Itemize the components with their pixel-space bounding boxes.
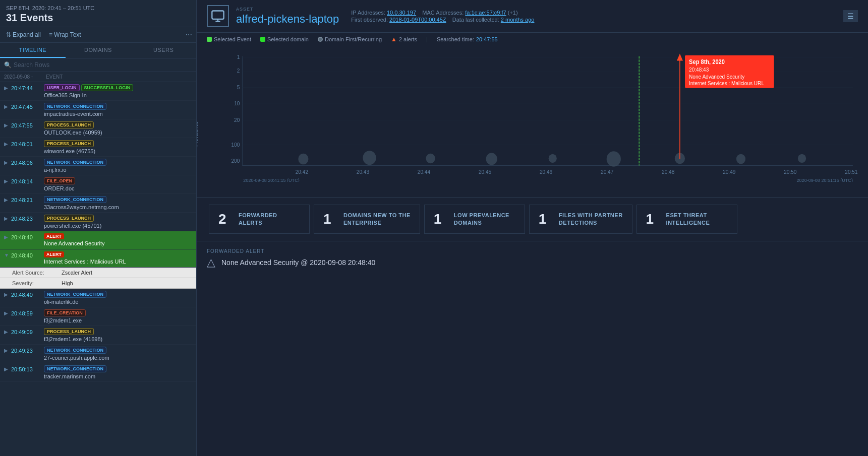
legend-selected-domain: Selected domain (260, 36, 309, 42)
event-row[interactable]: ▶20:49:09PROCESS_LAUNCHf3j2mdem1.exe (41… (0, 326, 196, 345)
event-count: 31 Events (6, 12, 190, 24)
insight-text: FILES WITH PARTNER DETECTIONS (559, 212, 623, 227)
event-time: 20:47:45 (11, 104, 44, 110)
first-obs-value[interactable]: 2018-01-09T00:00:45Z (389, 17, 446, 23)
svg-text:5: 5 (237, 85, 240, 90)
event-expand-icon[interactable]: ▶ (4, 292, 11, 297)
event-content: ALERTNone Advanced Security (44, 233, 192, 246)
insight-card[interactable]: 1LOW PREVALENCE DOMAINS (424, 205, 525, 234)
event-expand-icon[interactable]: ▶ (4, 85, 11, 91)
event-row[interactable]: ▶20:48:21NETWORK_CONNECTION33across2wayc… (0, 194, 196, 213)
insight-text: ESET THREAT INTELLIGENCE (666, 212, 710, 227)
event-expand-icon[interactable]: ▶ (4, 310, 11, 316)
wrap-icon: ≡ (49, 31, 52, 38)
insight-card[interactable]: 1DOMAINS NEW TO THE ENTERPRISE (314, 205, 420, 234)
event-row[interactable]: ▶20:50:13NETWORK_CONNECTIONtracker.marin… (0, 363, 196, 382)
event-expand-icon[interactable]: ▶ (4, 104, 11, 109)
svg-text:2020-09-08 20:41:15 (UTC): 2020-09-08 20:41:15 (UTC) (243, 177, 299, 182)
alerts-label: 2 alerts (399, 36, 417, 42)
event-row[interactable]: ▶20:48:40NETWORK_CONNECTIONoli-materlik.… (0, 289, 196, 307)
event-description: winword.exe (46755) (44, 148, 192, 154)
corner-menu-button[interactable]: ☰ (843, 10, 858, 22)
event-row[interactable]: ▶20:48:06NETWORK_CONNECTIONa-nj.lrx.io (0, 157, 196, 175)
event-row[interactable]: ▶20:49:23NETWORK_CONNECTION27-courier.pu… (0, 345, 196, 363)
insight-text: DOMAINS NEW TO THE ENTERPRISE (343, 212, 411, 227)
event-expand-icon[interactable]: ▶ (4, 160, 11, 165)
svg-text:200: 200 (231, 158, 240, 164)
more-options-button[interactable]: ··· (186, 30, 192, 39)
insight-card[interactable]: 2FORWARDED ALERTS (209, 205, 310, 234)
sort-icon: ↑ (31, 75, 33, 80)
event-description: powershell.exe (45701) (44, 223, 192, 229)
event-expand-icon[interactable]: ▶ (4, 366, 11, 372)
search-icon: 🔍 (4, 61, 12, 69)
event-description: f3j2mdem1.exe (41698) (44, 336, 192, 342)
wrap-text-button[interactable]: ≡ Wrap Text (47, 30, 83, 39)
event-time: 20:49:23 (11, 348, 44, 354)
col-event-header: EVENT (46, 74, 192, 80)
event-content: PROCESS_LAUNCHf3j2mdem1.exe (41698) (44, 328, 192, 342)
event-expand-icon[interactable]: ▶ (4, 216, 11, 221)
event-tag: NETWORK_CONNECTION (44, 196, 106, 203)
svg-text:Internet Services : Malicious : Internet Services : Malicious URL (689, 81, 764, 86)
date-range: SEP 8TH, 2020: 20:41 – 20:51 UTC (6, 5, 190, 11)
event-time: 20:48:40 (11, 292, 44, 298)
data-last-value[interactable]: 2 months ago (501, 17, 535, 23)
insight-card[interactable]: 1FILES WITH PARTNER DETECTIONS (529, 205, 632, 234)
event-row[interactable]: ▶20:48:14FILE_OPENORDER.doc (0, 175, 196, 194)
event-row[interactable]: ▶20:47:45NETWORK_CONNECTIONimpactradius-… (0, 101, 196, 119)
event-tag: ALERT (44, 233, 64, 239)
event-expand-icon[interactable]: ▶ (4, 178, 11, 184)
event-expand-icon[interactable]: ▶ (4, 234, 11, 240)
event-content: NETWORK_CONNECTIONoli-materlik.de (44, 291, 192, 305)
svg-marker-39 (677, 53, 683, 60)
event-content: FILE_OPENORDER.doc (44, 177, 192, 191)
event-row[interactable]: ▶20:48:40ALERTNone Advanced Security (0, 231, 196, 249)
detail-label: Alert Source: (12, 270, 57, 276)
search-input[interactable] (14, 61, 192, 69)
asset-name[interactable]: alfred-pickens-laptop (236, 13, 339, 26)
ip-link[interactable]: 10.0.30.197 (387, 10, 416, 16)
svg-point-28 (298, 154, 308, 165)
expand-all-button[interactable]: ⇅ Expand all (4, 30, 43, 39)
event-row[interactable]: ▶20:48:59FILE_CREATIONf3j2mdem1.exe (0, 307, 196, 326)
detail-row: Alert Source:Zscaler Alert (0, 268, 196, 278)
event-row[interactable]: ▶20:47:55PROCESS_LAUNCHOUTLOOK.exe (4095… (0, 119, 196, 138)
legend-selected-event: Selected Event (207, 36, 251, 42)
tab-timeline[interactable]: TIMELINE (0, 43, 66, 58)
event-row[interactable]: ▶20:48:01PROCESS_LAUNCHwinword.exe (4675… (0, 138, 196, 157)
event-tag: NETWORK_CONNECTION (44, 103, 106, 110)
event-row[interactable]: ▶20:48:23PROCESS_LAUNCHpowershell.exe (4… (0, 213, 196, 231)
event-content: NETWORK_CONNECTIONa-nj.lrx.io (44, 159, 192, 173)
legend-bar: Selected Event Selected domain Domain Fi… (197, 33, 868, 46)
insight-number: 2 (218, 211, 233, 227)
mac-extra: (+1) (508, 10, 518, 16)
event-time: 20:48:14 (11, 178, 44, 184)
mac-label: MAC Addresses: (422, 10, 464, 16)
event-expand-icon[interactable]: ▼ (4, 252, 11, 258)
event-description: OUTLOOK.exe (40959) (44, 129, 192, 136)
expand-label: Expand all (13, 31, 41, 38)
event-row[interactable]: ▼20:48:40ALERTInternet Services : Malici… (0, 249, 196, 268)
event-expand-icon[interactable]: ▶ (4, 197, 11, 203)
insight-text: FORWARDED ALERTS (239, 212, 277, 227)
event-expand-icon[interactable]: ▶ (4, 141, 11, 147)
event-tag: PROCESS_LAUNCH (44, 121, 94, 128)
event-content: NETWORK_CONNECTION27-courier.push.apple.… (44, 347, 192, 361)
insight-number: 1 (434, 211, 448, 227)
tab-domains[interactable]: DOMAINS (66, 43, 131, 58)
event-expand-icon[interactable]: ▶ (4, 329, 11, 335)
mac-link[interactable]: fa:1c:ae:57:c9:f7 (465, 10, 506, 16)
event-content: NETWORK_CONNECTION33across2waycm.netmng.… (44, 196, 192, 210)
wrap-label: Wrap Text (54, 31, 81, 38)
tab-users[interactable]: USERS (131, 43, 196, 58)
first-obs-label: First observed: (351, 17, 388, 23)
event-expand-icon[interactable]: ▶ (4, 348, 11, 353)
event-description: ORDER.doc (44, 185, 192, 191)
event-tag: NETWORK_CONNECTION (44, 291, 106, 298)
insight-card[interactable]: 1ESET THREAT INTELLIGENCE (636, 205, 737, 234)
event-row[interactable]: ▶20:47:44USER_LOGINSUCCESSFUL LOGINOffic… (0, 82, 196, 101)
svg-text:100: 100 (231, 142, 240, 147)
event-content: NETWORK_CONNECTIONtracker.marinsm.com (44, 365, 192, 379)
event-expand-icon[interactable]: ▶ (4, 122, 11, 128)
